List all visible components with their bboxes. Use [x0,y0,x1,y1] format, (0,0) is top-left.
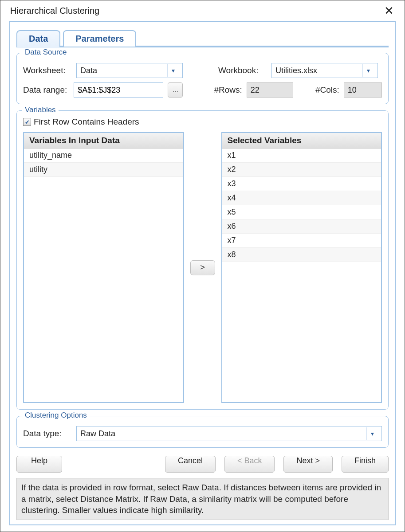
input-data-range[interactable] [74,82,163,98]
label-data-range: Data range: [23,85,69,95]
list-item[interactable]: utility_name [24,149,183,163]
checkbox-first-row-headers[interactable]: ✔ [23,118,31,126]
combo-workbook-value: Utilities.xlsx [275,66,317,75]
group-variables: Variables ✔ First Row Contains Headers V… [16,110,389,410]
list-item[interactable]: x7 [222,234,381,248]
label-first-row-headers: First Row Contains Headers [34,117,139,127]
group-data-source: Data Source Worksheet: Data ▾ Workbook: … [16,53,389,104]
back-button[interactable]: < Back [224,456,275,473]
listbox-selected-vars[interactable]: Selected Variables x1x2x3x4x5x6x7x8 [221,132,382,403]
list-item[interactable]: utility [24,163,183,177]
chevron-down-icon: ▾ [366,427,378,440]
combo-worksheet-value: Data [80,66,97,75]
label-workbook: Workbook: [218,66,267,75]
list-item[interactable]: x3 [222,177,381,191]
combo-data-type-value: Raw Data [80,429,115,438]
label-cols: #Cols: [315,85,339,95]
label-rows: #Rows: [214,85,242,95]
cancel-button[interactable]: Cancel [165,456,216,473]
mover-column: > [189,132,216,403]
readonly-rows: 22 [247,82,293,98]
list-item[interactable]: x1 [222,149,381,163]
label-worksheet: Worksheet: [23,66,72,75]
legend-variables: Variables [22,106,59,114]
chevron-down-icon: ▾ [167,64,179,77]
client-area: Data Parameters Data Source Worksheet: D… [9,21,396,525]
combo-workbook[interactable]: Utilities.xlsx ▾ [271,63,378,78]
button-row: Help Cancel < Back Next > Finish [16,456,389,473]
tab-parameters[interactable]: Parameters [63,30,136,47]
close-icon[interactable]: ✕ [380,1,398,20]
help-button[interactable]: Help [16,456,62,473]
next-button[interactable]: Next > [283,456,333,473]
listbox-input-header: Variables In Input Data [24,133,183,149]
listbox-selected-header: Selected Variables [222,133,381,149]
titlebar: Hierarchical Clustering ✕ [0,0,405,21]
list-item[interactable]: x2 [222,163,381,177]
list-item[interactable]: x5 [222,205,381,219]
browse-range-button[interactable]: ... [168,82,183,98]
combo-data-type[interactable]: Raw Data ▾ [76,426,382,441]
legend-data-source: Data Source [22,48,70,57]
legend-clustering-options: Clustering Options [22,411,90,420]
tabs: Data Parameters [16,27,389,47]
listbox-input-vars[interactable]: Variables In Input Data utility_nameutil… [23,132,184,403]
group-clustering-options: Clustering Options Data type: Raw Data ▾ [16,416,389,448]
chevron-down-icon: ▾ [362,64,374,77]
label-data-type: Data type: [23,429,72,438]
list-item[interactable]: x4 [222,191,381,205]
list-item[interactable]: x8 [222,248,381,262]
finish-button[interactable]: Finish [342,456,389,473]
hint-text: If the data is provided in row format, s… [16,478,389,520]
move-right-button[interactable]: > [190,260,215,275]
readonly-cols: 10 [344,82,382,98]
list-item[interactable]: x6 [222,219,381,234]
window-title: Hierarchical Clustering [10,6,99,16]
tab-data[interactable]: Data [16,30,60,47]
listbox-selected-items: x1x2x3x4x5x6x7x8 [222,149,381,402]
combo-worksheet[interactable]: Data ▾ [76,63,183,78]
listbox-input-items: utility_nameutility [24,149,183,402]
